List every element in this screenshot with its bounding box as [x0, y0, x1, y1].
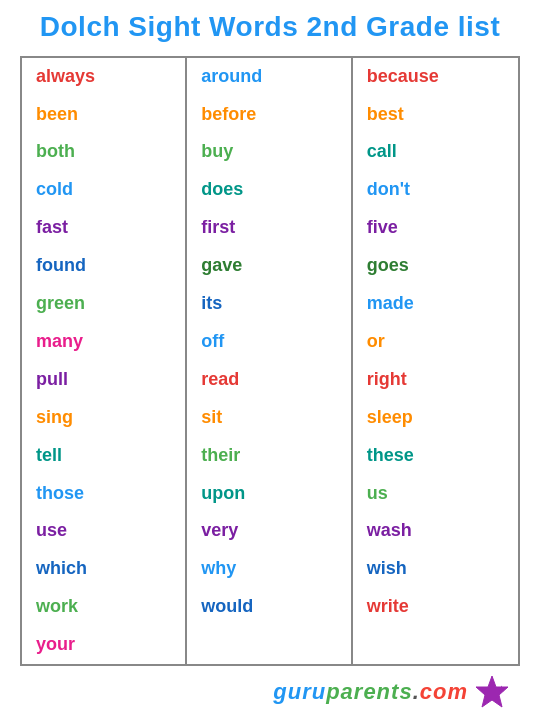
word-cell: before	[187, 96, 350, 134]
word-cell: its	[187, 285, 350, 323]
word-cell: made	[353, 285, 518, 323]
word-cell: pull	[22, 361, 185, 399]
word-cell: been	[22, 96, 185, 134]
word-cell: use	[22, 512, 185, 550]
footer-dot: .	[413, 679, 420, 704]
word-cell: those	[22, 475, 185, 513]
word-cell: work	[22, 588, 185, 626]
word-cell	[187, 626, 350, 664]
word-cell: cold	[22, 171, 185, 209]
word-cell: read	[187, 361, 350, 399]
word-cell: goes	[353, 247, 518, 285]
word-table: alwaysbeenbothcoldfastfoundgreenmanypull…	[20, 56, 520, 666]
word-cell: fast	[22, 209, 185, 247]
word-cell: tell	[22, 437, 185, 475]
word-cell: wish	[353, 550, 518, 588]
footer-guru: guru	[273, 679, 326, 704]
word-cell: first	[187, 209, 350, 247]
word-cell: your	[22, 626, 185, 664]
footer: guruparents.com	[20, 674, 520, 710]
word-cell: does	[187, 171, 350, 209]
word-cell: around	[187, 58, 350, 96]
word-cell: their	[187, 437, 350, 475]
footer-brand: guruparents.com	[273, 679, 468, 705]
word-cell: don't	[353, 171, 518, 209]
word-cell: why	[187, 550, 350, 588]
word-cell	[353, 626, 518, 664]
word-cell: because	[353, 58, 518, 96]
page: Dolch Sight Words 2nd Grade list alwaysb…	[0, 0, 540, 720]
word-cell: very	[187, 512, 350, 550]
word-cell: gave	[187, 247, 350, 285]
star-icon	[474, 674, 510, 710]
word-cell: would	[187, 588, 350, 626]
footer-parents: parents	[326, 679, 412, 704]
word-cell: which	[22, 550, 185, 588]
column-3: becausebestcalldon'tfivegoesmadeorrights…	[353, 58, 518, 664]
word-cell: these	[353, 437, 518, 475]
word-cell: call	[353, 133, 518, 171]
word-cell: five	[353, 209, 518, 247]
word-cell: sleep	[353, 399, 518, 437]
word-cell: both	[22, 133, 185, 171]
word-cell: always	[22, 58, 185, 96]
word-cell: buy	[187, 133, 350, 171]
word-cell: upon	[187, 475, 350, 513]
word-cell: off	[187, 323, 350, 361]
word-cell: us	[353, 475, 518, 513]
word-cell: right	[353, 361, 518, 399]
word-cell: best	[353, 96, 518, 134]
svg-marker-0	[476, 676, 508, 707]
column-2: aroundbeforebuydoesfirstgaveitsoffreadsi…	[187, 58, 352, 664]
word-cell: green	[22, 285, 185, 323]
page-title: Dolch Sight Words 2nd Grade list	[40, 10, 500, 44]
word-cell: write	[353, 588, 518, 626]
word-cell: sit	[187, 399, 350, 437]
word-cell: wash	[353, 512, 518, 550]
word-cell: many	[22, 323, 185, 361]
column-1: alwaysbeenbothcoldfastfoundgreenmanypull…	[22, 58, 187, 664]
word-cell: or	[353, 323, 518, 361]
word-cell: found	[22, 247, 185, 285]
footer-com: com	[420, 679, 468, 704]
word-cell: sing	[22, 399, 185, 437]
